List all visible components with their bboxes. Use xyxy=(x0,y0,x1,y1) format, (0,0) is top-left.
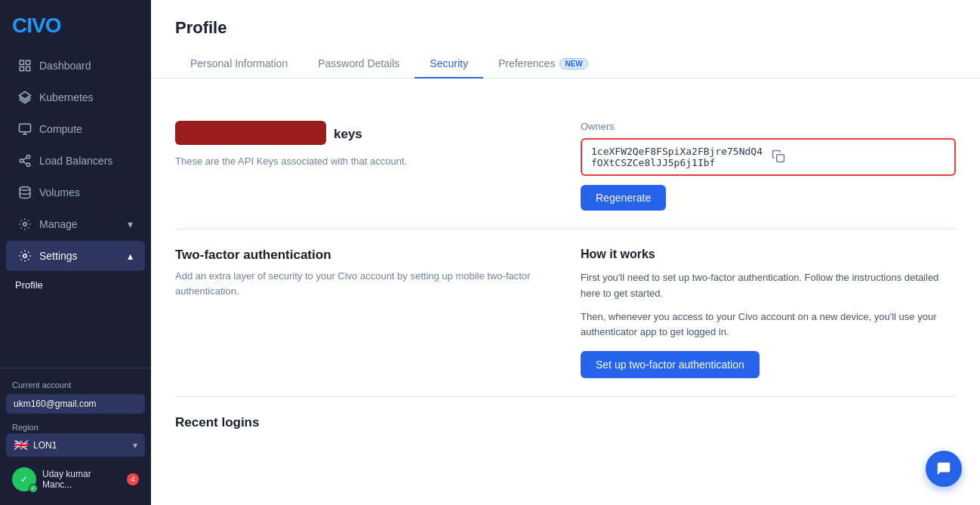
svg-point-13 xyxy=(20,187,30,191)
sidebar-item-volumes-label: Volumes xyxy=(39,186,80,199)
svg-line-11 xyxy=(23,162,26,164)
sidebar-item-kubernetes[interactable]: Kubernetes xyxy=(6,82,145,112)
region-value: LON1 xyxy=(33,440,57,451)
svg-rect-1 xyxy=(26,60,30,64)
tab-security[interactable]: Security xyxy=(414,50,483,79)
user-badge: ✓ ✓ Uday kumar Manc... 4 xyxy=(6,463,145,496)
owners-label: Owners xyxy=(581,121,956,132)
svg-point-8 xyxy=(26,156,30,159)
svg-point-9 xyxy=(20,159,23,163)
recent-logins-right xyxy=(581,415,956,436)
sidebar-item-settings[interactable]: Settings ▴ xyxy=(6,241,145,271)
recent-logins-section: Recent logins xyxy=(175,397,956,454)
chevron-down-icon: ▾ xyxy=(128,218,133,230)
current-account-label: Current account xyxy=(6,377,145,393)
account-email[interactable]: ukm160@gmail.com xyxy=(6,394,145,414)
how-it-works-p1: First you'll need to set up two-factor a… xyxy=(581,270,956,302)
notification-badge: 4 xyxy=(127,473,139,485)
api-key-redacted-label xyxy=(175,121,326,145)
avatar: ✓ ✓ xyxy=(12,467,36,491)
uk-flag-icon: 🇬🇧 xyxy=(14,438,29,452)
monitor-icon xyxy=(18,122,32,136)
recent-logins-left: Recent logins xyxy=(175,415,550,436)
copy-icon[interactable] xyxy=(772,149,946,165)
grid-icon xyxy=(18,59,32,72)
api-keys-header-row: keys xyxy=(175,121,550,148)
api-keys-right: Owners 1ceXFW2QeF8FSpiXa2FBjre75NdQ4fOXt… xyxy=(581,121,956,211)
svg-point-14 xyxy=(23,223,27,226)
sidebar-item-manage[interactable]: Manage ▾ xyxy=(6,209,145,239)
tab-personal-information[interactable]: Personal Information xyxy=(175,50,303,79)
sidebar-item-volumes[interactable]: Volumes xyxy=(6,177,145,208)
sidebar-item-load-balancers[interactable]: Load Balancers xyxy=(6,146,145,176)
api-keys-title: keys xyxy=(334,127,362,142)
two-factor-title: Two-factor authentication xyxy=(175,248,550,263)
svg-rect-3 xyxy=(26,67,30,71)
region-label: Region xyxy=(6,420,145,433)
sidebar-item-compute[interactable]: Compute xyxy=(6,114,145,144)
api-keys-left: keys These are the API Keys associated w… xyxy=(175,121,550,211)
svg-rect-5 xyxy=(20,124,31,132)
sidebar-item-profile[interactable]: Profile xyxy=(6,275,145,295)
api-keys-description: These are the API Keys associated with t… xyxy=(175,154,550,169)
svg-point-15 xyxy=(23,254,27,258)
settings-icon xyxy=(18,249,32,263)
share-icon xyxy=(18,154,32,168)
two-factor-description: Add an extra layer of security to your C… xyxy=(175,269,550,298)
regenerate-button[interactable]: Regenerate xyxy=(581,185,666,211)
sidebar-item-manage-label: Manage xyxy=(39,218,78,230)
svg-point-10 xyxy=(26,163,30,167)
main-content: Profile Personal Information Password De… xyxy=(151,0,980,505)
svg-rect-16 xyxy=(776,154,784,162)
how-it-works-title: How it works xyxy=(581,248,956,261)
api-key-value: 1ceXFW2QeF8FSpiXa2FBjre75NdQ4fOXtCSZCe8l… xyxy=(591,146,766,168)
new-badge: NEW xyxy=(559,58,587,69)
layers-icon xyxy=(18,91,32,104)
two-factor-section: Two-factor authentication Add an extra l… xyxy=(175,229,956,397)
chat-bubble[interactable] xyxy=(926,451,962,487)
sidebar-item-load-balancers-label: Load Balancers xyxy=(39,155,112,167)
chevron-down-icon: ▾ xyxy=(133,440,137,451)
svg-line-12 xyxy=(23,158,26,160)
sidebar: CIVO Dashboard Kubernetes Compute Load B… xyxy=(0,0,151,505)
logo: CIVO xyxy=(0,0,151,50)
chat-icon xyxy=(935,460,952,477)
page-header: Profile Personal Information Password De… xyxy=(151,0,980,79)
user-name: Uday kumar Manc... xyxy=(42,469,121,490)
sidebar-item-settings-label: Settings xyxy=(39,250,78,262)
api-key-field: 1ceXFW2QeF8FSpiXa2FBjre75NdQ4fOXtCSZCe8l… xyxy=(581,138,956,176)
region-selector[interactable]: 🇬🇧 LON1 ▾ xyxy=(6,433,145,457)
setup-2fa-button[interactable]: Set up two-factor authentication xyxy=(581,351,760,378)
tabs-nav: Personal Information Password Details Se… xyxy=(175,50,956,78)
tab-password-details[interactable]: Password Details xyxy=(303,50,414,79)
api-keys-section: keys These are the API Keys associated w… xyxy=(175,103,956,229)
settings-sub-nav: Profile xyxy=(0,272,151,298)
tab-preferences[interactable]: Preferences NEW xyxy=(483,50,603,79)
content-area: keys These are the API Keys associated w… xyxy=(151,79,980,479)
svg-rect-2 xyxy=(20,67,23,71)
sidebar-item-kubernetes-label: Kubernetes xyxy=(39,91,94,103)
two-factor-right: How it works First you'll need to set up… xyxy=(581,248,956,378)
two-factor-left: Two-factor authentication Add an extra l… xyxy=(175,248,550,378)
sidebar-bottom: Current account ukm160@gmail.com Region … xyxy=(0,368,151,505)
svg-rect-0 xyxy=(20,60,23,64)
verified-badge: ✓ xyxy=(29,484,38,493)
manage-icon xyxy=(18,217,32,231)
how-it-works-p2: Then, whenever you access to your Civo a… xyxy=(581,309,956,341)
chevron-up-icon: ▴ xyxy=(128,250,133,262)
sidebar-item-dashboard[interactable]: Dashboard xyxy=(6,51,145,81)
database-icon xyxy=(18,186,32,199)
page-title: Profile xyxy=(175,18,956,38)
sidebar-item-compute-label: Compute xyxy=(39,123,82,135)
recent-logins-title: Recent logins xyxy=(175,415,550,430)
sidebar-item-dashboard-label: Dashboard xyxy=(39,60,91,72)
